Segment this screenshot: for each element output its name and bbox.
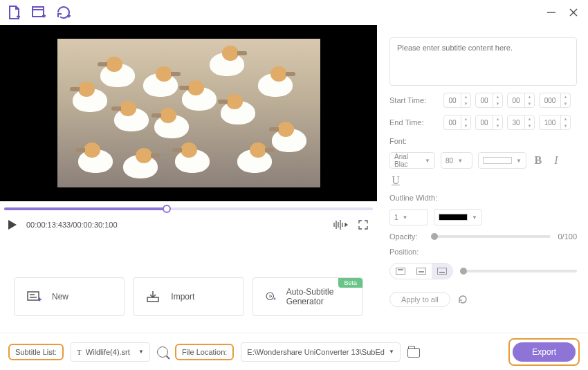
start-h[interactable]: ▲▼ xyxy=(443,93,471,108)
subtitle-file-select[interactable]: T Wildlife(4).srt ▼ xyxy=(71,342,150,362)
end-m[interactable]: ▲▼ xyxy=(475,115,503,130)
font-size-select[interactable]: 80▼ xyxy=(441,152,472,169)
outline-width-select[interactable]: 1▼ xyxy=(389,209,428,225)
font-label: Font: xyxy=(389,137,577,145)
apply-all-button[interactable]: Apply to all xyxy=(389,292,450,307)
file-location-label: File Location: xyxy=(175,344,234,360)
end-time-label: End Time: xyxy=(389,118,439,127)
font-family-select[interactable]: Arial Blac▼ xyxy=(389,152,435,169)
new-label: New xyxy=(52,292,68,302)
subtitle-text-input[interactable] xyxy=(389,37,577,86)
end-h[interactable]: ▲▼ xyxy=(443,115,471,130)
bold-button[interactable]: B xyxy=(532,154,544,167)
timecode: 00:00:13:433/00:00:30:100 xyxy=(26,221,118,229)
auto-label: Auto-Subtitle Generator xyxy=(286,287,351,306)
file-location-select[interactable]: E:\Wondershare UniConverter 13\SubEd ▼ xyxy=(241,342,400,362)
opacity-value: 0/100 xyxy=(558,232,577,241)
start-time-label: Start Time: xyxy=(389,96,439,104)
reset-icon[interactable] xyxy=(457,294,468,305)
italic-button[interactable]: I xyxy=(550,154,562,167)
waveform-icon[interactable] xyxy=(333,219,348,230)
underline-button[interactable]: U xyxy=(389,174,402,187)
end-s[interactable]: ▲▼ xyxy=(507,115,535,130)
start-ms[interactable]: ▲▼ xyxy=(539,93,571,108)
position-top[interactable] xyxy=(390,263,411,279)
import-label: Import xyxy=(171,292,194,302)
outline-color-select[interactable]: ▼ xyxy=(434,209,482,225)
start-s[interactable]: ▲▼ xyxy=(507,93,535,108)
new-subtitle-button[interactable]: New xyxy=(14,277,125,316)
font-color-select[interactable]: ▼ xyxy=(478,152,526,169)
opacity-slider[interactable] xyxy=(431,235,551,238)
minimize-icon[interactable] xyxy=(546,8,556,17)
svg-rect-0 xyxy=(33,7,44,17)
fullscreen-icon[interactable] xyxy=(358,219,369,230)
close-icon[interactable] xyxy=(569,8,578,17)
folder-icon[interactable] xyxy=(407,348,420,358)
play-button[interactable] xyxy=(8,220,17,230)
svg-rect-9 xyxy=(28,292,39,300)
end-ms[interactable]: ▲▼ xyxy=(539,115,571,130)
auto-subtitle-button[interactable]: Beta Auto-Subtitle Generator xyxy=(252,277,363,316)
position-bottom[interactable] xyxy=(432,263,452,279)
opacity-label: Opacity: xyxy=(389,232,424,241)
seek-bar[interactable] xyxy=(4,204,373,214)
position-slider[interactable] xyxy=(460,270,577,272)
subtitle-list-label: Subtitle List: xyxy=(8,344,64,360)
new-rotate-icon[interactable] xyxy=(55,4,72,21)
beta-badge: Beta xyxy=(338,278,362,288)
search-icon[interactable] xyxy=(157,346,168,358)
outline-label: Outline Width: xyxy=(389,194,577,202)
new-file-icon[interactable] xyxy=(6,4,22,21)
video-preview[interactable] xyxy=(0,25,377,201)
export-button[interactable]: Export xyxy=(513,342,576,362)
new-window-icon[interactable] xyxy=(30,4,47,21)
start-m[interactable]: ▲▼ xyxy=(475,93,503,108)
position-middle[interactable] xyxy=(411,263,432,279)
position-label: Position: xyxy=(389,248,577,256)
import-subtitle-button[interactable]: Import xyxy=(133,277,244,316)
